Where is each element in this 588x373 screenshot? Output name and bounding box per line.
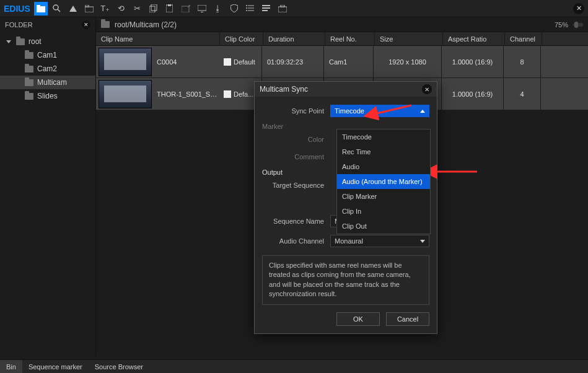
- col-channel[interactable]: Channel: [505, 32, 542, 45]
- audio-channel-dropdown[interactable]: Monaural: [330, 235, 429, 247]
- dialog-body: Sync Point Timecode Marker Color Comment…: [255, 97, 437, 333]
- cell-reel: Cam1: [324, 46, 374, 77]
- clip-thumbnail: [99, 80, 152, 108]
- tree-item-label: Cam1: [37, 51, 57, 59]
- sidebar-header: FOLDER ✕: [0, 17, 95, 32]
- toolbox-icon[interactable]: [276, 2, 289, 15]
- text-tool-icon[interactable]: T₊: [99, 2, 112, 15]
- color-chip: [224, 90, 231, 98]
- triangle-up-icon[interactable]: [66, 2, 80, 15]
- col-duration[interactable]: Duration: [263, 32, 325, 45]
- cell-color: Default: [219, 46, 262, 77]
- ok-button[interactable]: OK: [336, 312, 380, 326]
- download-icon[interactable]: ⭳: [211, 2, 225, 15]
- tree-item-multicam[interactable]: Multicam: [0, 76, 95, 89]
- label-audio-channel: Audio Channel: [262, 237, 330, 245]
- sync-point-dropdown-list[interactable]: Timecode Rec Time Audio Audio (Around th…: [336, 129, 431, 234]
- breadcrumb-path: root/Multicam (2/2): [115, 20, 177, 29]
- folder-icon: [16, 38, 25, 45]
- svg-rect-24: [281, 5, 284, 7]
- svg-rect-7: [149, 6, 155, 12]
- zoom-value: 75%: [555, 21, 568, 29]
- dialog-close-icon[interactable]: ✕: [422, 84, 432, 94]
- svg-rect-10: [168, 4, 171, 6]
- cell-size: 1920 x 1080: [374, 46, 442, 77]
- table-row[interactable]: C0004 Default 01:09:32:23 Cam1 1920 x 10…: [96, 46, 588, 78]
- cell-aspect: 1.0000 (16:9): [442, 46, 504, 77]
- label-marker-color: Color: [262, 136, 330, 143]
- folder-tree: root Cam1 Cam2 Multicam Slides: [0, 32, 95, 105]
- svg-rect-6: [85, 5, 89, 7]
- paste-icon[interactable]: [163, 2, 177, 15]
- svg-marker-4: [69, 6, 77, 12]
- tree-root[interactable]: root: [0, 35, 95, 48]
- tab-sequence-marker[interactable]: Sequence marker: [22, 360, 89, 373]
- clip-thumbnail: [99, 48, 152, 76]
- col-aspect[interactable]: Aspect Ratio: [443, 32, 505, 45]
- tree-item-cam2[interactable]: Cam2: [0, 62, 95, 76]
- col-name[interactable]: Clip Name: [96, 32, 220, 45]
- folder-icon[interactable]: [34, 2, 48, 15]
- app-logo: EDIUS: [4, 4, 30, 14]
- svg-rect-5: [85, 7, 94, 12]
- list-icon[interactable]: [244, 2, 257, 15]
- tree-item-slides[interactable]: Slides: [0, 89, 95, 103]
- col-reel[interactable]: Reel No.: [325, 32, 375, 45]
- cell-channel: 8: [504, 46, 541, 77]
- folder-icon: [25, 79, 33, 86]
- dd-item-clip-marker[interactable]: Clip Marker: [337, 189, 430, 204]
- svg-rect-23: [278, 7, 287, 12]
- col-color[interactable]: Clip Color: [220, 32, 263, 45]
- lines-icon[interactable]: [260, 2, 273, 15]
- cell-channel: 4: [504, 78, 541, 110]
- folder-icon: [25, 52, 33, 59]
- cell-duration: 01:09:32:23: [262, 46, 324, 77]
- tree-item-cam1[interactable]: Cam1: [0, 48, 95, 62]
- dd-item-timecode[interactable]: Timecode: [337, 129, 430, 144]
- folder-sidebar: FOLDER ✕ root Cam1 Cam2 Multicam Slides: [0, 17, 96, 356]
- tree-item-label: Cam2: [37, 64, 57, 73]
- dd-item-clip-out[interactable]: Clip Out: [337, 219, 430, 234]
- tab-bin[interactable]: Bin: [0, 360, 22, 373]
- folder-icon: [101, 21, 110, 28]
- monitor-icon[interactable]: [195, 2, 209, 15]
- repeat-icon[interactable]: ⟲: [115, 2, 128, 15]
- dd-item-clip-in[interactable]: Clip In: [337, 204, 430, 219]
- search-icon[interactable]: [50, 2, 64, 15]
- dd-item-audio[interactable]: Audio: [337, 159, 430, 174]
- zoom-slider[interactable]: [573, 23, 583, 27]
- close-icon[interactable]: ✕: [573, 3, 584, 14]
- shield-icon[interactable]: [227, 2, 241, 15]
- folder-icon: [25, 66, 33, 72]
- open-folder-icon[interactable]: [82, 2, 96, 15]
- label-marker-comment: Comment: [262, 153, 330, 160]
- label-sequence-name: Sequence Name: [262, 217, 330, 225]
- cell-name: THOR-1_S001_S0...: [154, 90, 219, 98]
- dialog-buttons: OK Cancel: [262, 312, 429, 326]
- sync-point-dropdown[interactable]: Timecode: [330, 105, 429, 117]
- label-sync-point: Sync Point: [262, 107, 330, 115]
- dialog-info-text: Clips specified with same reel names wil…: [262, 255, 429, 305]
- col-size[interactable]: Size: [375, 32, 443, 45]
- cut-icon[interactable]: ✂: [131, 2, 144, 15]
- svg-rect-8: [151, 4, 157, 11]
- cell-aspect: 1.0000 (16:9): [442, 78, 504, 110]
- copy-icon[interactable]: [147, 2, 160, 15]
- cancel-button[interactable]: Cancel: [386, 312, 429, 326]
- breadcrumb-bar: root/Multicam (2/2) 75%: [96, 17, 588, 32]
- sidebar-close-icon[interactable]: ✕: [82, 20, 90, 29]
- chevron-down-icon: [6, 40, 11, 43]
- svg-line-3: [58, 9, 60, 12]
- titlebar: EDIUS T₊ ⟲ ✂ ⭳ ✕: [0, 0, 588, 17]
- tree-item-label: Multicam: [37, 78, 67, 87]
- dialog-title: Multicam Sync: [260, 85, 308, 94]
- color-chip: [224, 58, 231, 66]
- dd-item-rectime[interactable]: Rec Time: [337, 144, 430, 159]
- svg-point-17: [246, 5, 247, 6]
- tab-source-browser[interactable]: Source Browser: [89, 360, 149, 373]
- zoom-control[interactable]: 75%: [555, 21, 583, 29]
- cell-name: C0004: [154, 58, 219, 66]
- dd-item-audio-around-marker[interactable]: Audio (Around the Marker): [337, 174, 430, 189]
- svg-rect-0: [37, 6, 45, 12]
- export-icon[interactable]: [179, 2, 193, 15]
